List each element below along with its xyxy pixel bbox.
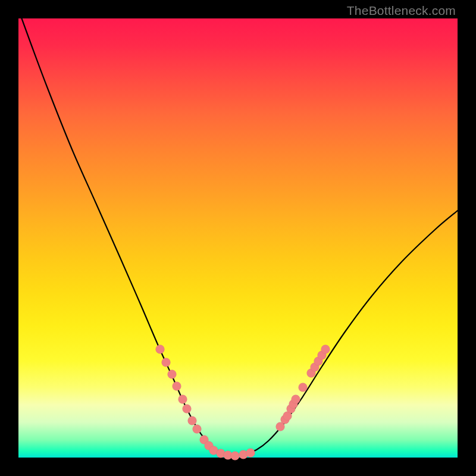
data-dots <box>156 345 330 461</box>
data-dot <box>321 345 330 354</box>
chart-svg <box>18 18 458 458</box>
watermark-text: TheBottleneck.com <box>347 4 456 18</box>
curve-right <box>233 211 458 456</box>
data-dot <box>292 395 300 404</box>
data-dot <box>168 370 177 379</box>
data-dot <box>193 425 202 434</box>
data-dot <box>156 345 165 354</box>
data-dot <box>231 452 240 461</box>
data-dot <box>173 382 181 391</box>
plot-area <box>18 18 458 458</box>
data-dot <box>178 395 187 404</box>
data-dot <box>183 405 192 414</box>
data-dot <box>188 416 197 425</box>
data-dot <box>162 358 171 367</box>
data-dot <box>246 449 255 458</box>
outer-frame: TheBottleneck.com <box>0 0 476 476</box>
data-dot <box>299 383 308 392</box>
curve-left <box>18 10 233 456</box>
